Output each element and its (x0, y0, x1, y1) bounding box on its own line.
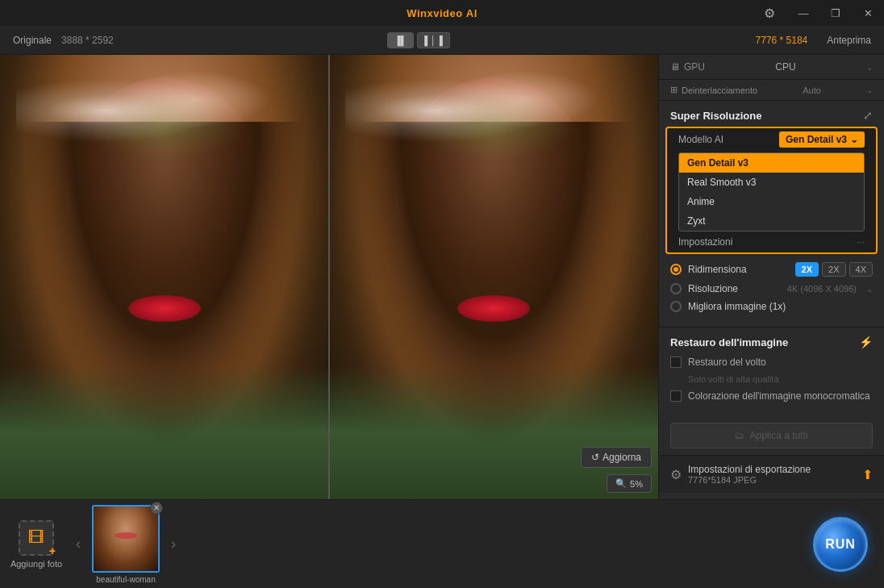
window-controls: — ❐ ✕ (787, 0, 884, 26)
export-dims: 7776*5184 JPEG (688, 475, 856, 485)
dropdown-item-zyxt[interactable]: Zyxt (679, 211, 864, 231)
deinterlace-value: Auto (803, 85, 821, 95)
zoom-level: 🔍 5% (607, 474, 652, 493)
risoluzione-value: 4K (4096 X 4096) (787, 284, 857, 294)
colorazione-checkbox[interactable] (670, 390, 682, 402)
scale-buttons: 2X 2X 4X (795, 262, 873, 277)
impostazioni-row: Impostazioni ··· (678, 236, 865, 248)
original-image (0, 55, 329, 499)
run-button[interactable]: RUN (813, 517, 868, 572)
filmstrip-next-button[interactable]: › (168, 532, 179, 556)
aggiorna-button[interactable]: ↺ Aggiorna (581, 447, 652, 468)
dropdown-item-anime[interactable]: Anime (679, 192, 864, 211)
preview-label: Anteprima (827, 35, 871, 46)
risoluzione-row: Risoluzione 4K (4096 X 4096) ⌄ (670, 283, 873, 294)
side-by-side-button[interactable]: ▌│▐ (417, 32, 449, 48)
risoluzione-dropdown[interactable]: ⌄ (866, 285, 873, 294)
topbar: Originale 3888 * 2592 ▐▌ ▌│▐ 7776 * 5184… (0, 26, 884, 55)
ai-model-dropdown: Gen Detail v3 Real Smooth v3 Anime Zyxt (678, 152, 865, 231)
migliora-row: Migliora immagine (1x) (670, 301, 873, 312)
add-photo-icon: 🎞 + (19, 520, 54, 556)
thumbnail-item[interactable]: ✕ (92, 505, 160, 573)
add-photo-label: Aggiungi foto (10, 559, 62, 569)
thumbnail-wrapper: ✕ beautiful-woman (92, 505, 160, 584)
input-dimensions: 3888 * 2592 (61, 35, 114, 46)
processor-dropdown-arrow[interactable]: ⌄ (866, 63, 873, 72)
deinterlace-icon: ⊞ (670, 85, 678, 95)
original-panel (0, 55, 329, 499)
maximize-button[interactable]: ❐ (819, 0, 852, 26)
ridimensiona-section: Ridimensiona 2X 2X 4X Risoluzione 4K (40… (659, 254, 884, 327)
ridimensiona-radio[interactable] (670, 264, 682, 275)
right-panel: 🖥 GPU CPU ⌄ ⊞ Deinterlacciamento Auto ⌄ … (658, 55, 884, 499)
super-resolution-title: Super Risoluzione (670, 110, 761, 122)
titlebar: Winxvideo AI ⚙ — ❐ ✕ (0, 0, 884, 26)
scale-2x-button[interactable]: 2X (795, 262, 819, 277)
ai-label: AI (466, 7, 477, 19)
image-divider (328, 55, 330, 499)
dropdown-item-gen-detail[interactable]: Gen Detail v3 (679, 153, 864, 173)
colorazione-row: Colorazione dell'immagine monocromatica (670, 390, 873, 402)
cpu-label: CPU (775, 61, 795, 73)
export-icon: ⚙ (670, 467, 682, 482)
filmstrip: 🎞 + Aggiungi foto ‹ ✕ beautiful-woman › (0, 499, 884, 588)
aggiorna-label: Aggiorna (603, 452, 641, 463)
main-area: ↺ Aggiorna 🔍 5% 🖥 GPU CPU ⌄ ⊞ Deinterlac… (0, 55, 884, 499)
migliora-radio[interactable] (670, 301, 682, 312)
external-link-icon[interactable]: ⤢ (863, 109, 873, 122)
ai-model-area: Modello AI Gen Detail v3 ⌄ Gen Detail v3… (665, 127, 878, 254)
view-controls: ▐▌ ▌│▐ (387, 32, 450, 48)
restauro-volto-label: Restauro del volto (688, 357, 766, 368)
ridimensiona-label: Ridimensiona (688, 264, 789, 275)
scale-2x-alt-button[interactable]: 2X (822, 262, 845, 277)
zoom-icon: 🔍 (615, 478, 627, 489)
colorazione-label: Colorazione dell'immagine monocromatica (688, 390, 870, 402)
output-dimensions: 7776 * 5184 (756, 35, 808, 46)
close-button[interactable]: ✕ (852, 0, 884, 26)
zoom-value: 5% (630, 479, 643, 489)
modello-select-button[interactable]: Gen Detail v3 ⌄ (779, 131, 865, 148)
thumbnail-image (94, 507, 158, 571)
filmstrip-prev-button[interactable]: ‹ (73, 532, 84, 556)
super-resolution-header: Super Risoluzione ⤢ (659, 101, 884, 127)
dropdown-item-real-smooth[interactable]: Real Smooth v3 (679, 173, 864, 192)
restauro-icon: ⚡ (859, 336, 873, 348)
settings-icon[interactable]: ⚙ (764, 6, 775, 21)
preview-panel (329, 55, 658, 499)
thumbnail-name: beautiful-woman (96, 575, 155, 584)
thumbnail-close-button[interactable]: ✕ (150, 502, 163, 515)
run-label: RUN (825, 537, 856, 552)
processor-row: 🖥 GPU CPU ⌄ (659, 55, 884, 80)
restauro-volto-checkbox[interactable] (670, 357, 682, 368)
impostazioni-dropdown[interactable]: ··· (857, 236, 865, 248)
ridimensiona-row: Ridimensiona 2X 2X 4X (670, 262, 873, 277)
app-title: Winxvideo AI (407, 7, 477, 19)
export-expand-icon[interactable]: ⬆ (862, 467, 873, 482)
app-name: Winxvideo (407, 7, 462, 19)
export-title: Impostazioni di esportazione (688, 464, 856, 475)
add-photo-button[interactable]: 🎞 + Aggiungi foto (8, 520, 65, 569)
deinterlace-label: ⊞ Deinterlacciamento (670, 85, 757, 95)
modello-label: Modello AI (678, 134, 723, 145)
preview-image (329, 55, 658, 499)
solo-volti-label: Solo volti di alta qualità (670, 374, 873, 384)
risoluzione-radio[interactable] (670, 283, 682, 294)
select-arrow: ⌄ (850, 134, 858, 145)
scale-4x-button[interactable]: 4X (849, 262, 873, 277)
split-view-button[interactable]: ▐▌ (387, 32, 415, 48)
minimize-button[interactable]: — (787, 0, 819, 26)
export-info: Impostazioni di esportazione 7776*5184 J… (688, 464, 856, 485)
image-area: ↺ Aggiorna 🔍 5% (0, 55, 658, 499)
apply-label: Applica a tutti (749, 430, 807, 441)
deinterlace-dropdown-arrow[interactable]: ⌄ (866, 85, 873, 94)
apply-all-button[interactable]: 🗂 Applica a tutti (670, 423, 873, 448)
risoluzione-label: Risoluzione (688, 283, 781, 294)
modello-value: Gen Detail v3 (786, 134, 847, 145)
modello-row: Modello AI Gen Detail v3 ⌄ (678, 131, 865, 148)
impostazioni-label: Impostazioni (678, 236, 732, 248)
export-settings-row[interactable]: ⚙ Impostazioni di esportazione 7776*5184… (659, 455, 884, 493)
migliora-label: Migliora immagine (1x) (688, 301, 873, 312)
gpu-label: 🖥 GPU (670, 61, 705, 73)
restauro-volto-row: Restauro del volto (670, 357, 873, 368)
refresh-icon: ↺ (591, 452, 599, 463)
